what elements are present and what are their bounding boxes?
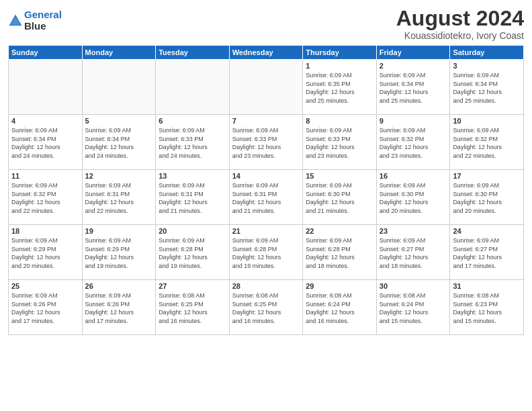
calendar-cell: 8Sunrise: 6:09 AM Sunset: 6:33 PM Daylig… <box>303 115 377 170</box>
calendar-cell: 29Sunrise: 6:08 AM Sunset: 6:24 PM Dayli… <box>303 280 377 335</box>
logo-icon <box>8 13 23 28</box>
day-number: 23 <box>380 227 447 235</box>
calendar-cell: 3Sunrise: 6:09 AM Sunset: 6:34 PM Daylig… <box>450 60 524 115</box>
weekday-header-thursday: Thursday <box>303 46 377 60</box>
day-info: Sunrise: 6:09 AM Sunset: 6:30 PM Dayligh… <box>453 181 521 215</box>
weekday-header-saturday: Saturday <box>450 46 524 60</box>
day-info: Sunrise: 6:09 AM Sunset: 6:31 PM Dayligh… <box>159 181 226 215</box>
calendar-cell: 31Sunrise: 6:08 AM Sunset: 6:23 PM Dayli… <box>450 280 524 335</box>
day-number: 17 <box>453 172 521 180</box>
day-info: Sunrise: 6:09 AM Sunset: 6:27 PM Dayligh… <box>380 236 447 270</box>
weekday-header-sunday: Sunday <box>9 46 83 60</box>
calendar-cell: 13Sunrise: 6:09 AM Sunset: 6:31 PM Dayli… <box>156 170 230 225</box>
calendar-cell: 19Sunrise: 6:09 AM Sunset: 6:29 PM Dayli… <box>82 225 156 280</box>
day-number: 13 <box>159 172 226 180</box>
calendar-cell: 9Sunrise: 6:09 AM Sunset: 6:32 PM Daylig… <box>376 115 450 170</box>
day-number: 7 <box>232 117 300 125</box>
calendar-cell: 23Sunrise: 6:09 AM Sunset: 6:27 PM Dayli… <box>376 225 450 280</box>
day-info: Sunrise: 6:09 AM Sunset: 6:29 PM Dayligh… <box>85 236 153 270</box>
calendar-cell: 11Sunrise: 6:09 AM Sunset: 6:32 PM Dayli… <box>9 170 83 225</box>
calendar-cell: 1Sunrise: 6:09 AM Sunset: 6:35 PM Daylig… <box>303 60 377 115</box>
day-number: 9 <box>380 117 447 125</box>
day-number: 31 <box>453 282 521 290</box>
day-info: Sunrise: 6:09 AM Sunset: 6:33 PM Dayligh… <box>159 126 226 160</box>
day-number: 19 <box>85 227 153 235</box>
weekday-header-wednesday: Wednesday <box>229 46 303 60</box>
day-info: Sunrise: 6:09 AM Sunset: 6:32 PM Dayligh… <box>11 181 79 215</box>
day-info: Sunrise: 6:09 AM Sunset: 6:34 PM Dayligh… <box>453 71 521 105</box>
weekday-header-row: SundayMondayTuesdayWednesdayThursdayFrid… <box>9 46 524 60</box>
day-number: 30 <box>380 282 447 290</box>
calendar-cell: 18Sunrise: 6:09 AM Sunset: 6:29 PM Dayli… <box>9 225 83 280</box>
day-info: Sunrise: 6:09 AM Sunset: 6:28 PM Dayligh… <box>159 236 226 270</box>
calendar-cell: 22Sunrise: 6:09 AM Sunset: 6:28 PM Dayli… <box>303 225 377 280</box>
week-row-2: 4Sunrise: 6:09 AM Sunset: 6:34 PM Daylig… <box>9 115 524 170</box>
calendar-cell: 21Sunrise: 6:09 AM Sunset: 6:28 PM Dayli… <box>229 225 303 280</box>
day-info: Sunrise: 6:08 AM Sunset: 6:25 PM Dayligh… <box>232 291 300 325</box>
day-info: Sunrise: 6:08 AM Sunset: 6:23 PM Dayligh… <box>453 291 521 325</box>
day-info: Sunrise: 6:09 AM Sunset: 6:26 PM Dayligh… <box>11 291 79 325</box>
calendar-cell <box>9 60 83 115</box>
calendar-cell: 26Sunrise: 6:09 AM Sunset: 6:26 PM Dayli… <box>82 280 156 335</box>
subtitle: Kouassidiotekro, Ivory Coast <box>396 30 524 41</box>
weekday-header-friday: Friday <box>376 46 450 60</box>
weekday-header-tuesday: Tuesday <box>156 46 230 60</box>
day-number: 3 <box>453 62 521 70</box>
day-number: 5 <box>85 117 153 125</box>
logo: General Blue <box>8 9 62 32</box>
day-info: Sunrise: 6:08 AM Sunset: 6:24 PM Dayligh… <box>380 291 447 325</box>
calendar-cell: 2Sunrise: 6:09 AM Sunset: 6:34 PM Daylig… <box>376 60 450 115</box>
day-info: Sunrise: 6:09 AM Sunset: 6:35 PM Dayligh… <box>306 71 373 105</box>
day-info: Sunrise: 6:08 AM Sunset: 6:24 PM Dayligh… <box>306 291 373 325</box>
day-info: Sunrise: 6:09 AM Sunset: 6:33 PM Dayligh… <box>232 126 300 160</box>
calendar-cell: 7Sunrise: 6:09 AM Sunset: 6:33 PM Daylig… <box>229 115 303 170</box>
day-info: Sunrise: 6:09 AM Sunset: 6:32 PM Dayligh… <box>380 126 447 160</box>
day-number: 6 <box>159 117 226 125</box>
title-block: August 2024 Kouassidiotekro, Ivory Coast <box>396 7 524 41</box>
calendar-cell: 16Sunrise: 6:09 AM Sunset: 6:30 PM Dayli… <box>376 170 450 225</box>
day-number: 28 <box>232 282 300 290</box>
calendar-table: SundayMondayTuesdayWednesdayThursdayFrid… <box>8 45 524 335</box>
day-info: Sunrise: 6:09 AM Sunset: 6:34 PM Dayligh… <box>11 126 79 160</box>
calendar-cell: 24Sunrise: 6:09 AM Sunset: 6:27 PM Dayli… <box>450 225 524 280</box>
day-info: Sunrise: 6:09 AM Sunset: 6:28 PM Dayligh… <box>306 236 373 270</box>
day-number: 4 <box>11 117 79 125</box>
calendar-cell: 4Sunrise: 6:09 AM Sunset: 6:34 PM Daylig… <box>9 115 83 170</box>
day-number: 27 <box>159 282 226 290</box>
calendar-cell: 28Sunrise: 6:08 AM Sunset: 6:25 PM Dayli… <box>229 280 303 335</box>
page-container: General Blue August 2024 Kouassidiotekro… <box>0 0 532 411</box>
weekday-header-monday: Monday <box>82 46 156 60</box>
day-info: Sunrise: 6:09 AM Sunset: 6:27 PM Dayligh… <box>453 236 521 270</box>
day-info: Sunrise: 6:09 AM Sunset: 6:31 PM Dayligh… <box>85 181 153 215</box>
day-number: 8 <box>306 117 373 125</box>
day-number: 1 <box>306 62 373 70</box>
day-number: 2 <box>380 62 447 70</box>
day-number: 16 <box>380 172 447 180</box>
day-number: 26 <box>85 282 153 290</box>
day-number: 29 <box>306 282 373 290</box>
week-row-4: 18Sunrise: 6:09 AM Sunset: 6:29 PM Dayli… <box>9 225 524 280</box>
day-number: 14 <box>232 172 300 180</box>
day-number: 10 <box>453 117 521 125</box>
day-number: 24 <box>453 227 521 235</box>
calendar-cell: 20Sunrise: 6:09 AM Sunset: 6:28 PM Dayli… <box>156 225 230 280</box>
day-info: Sunrise: 6:09 AM Sunset: 6:34 PM Dayligh… <box>380 71 447 105</box>
day-number: 18 <box>11 227 79 235</box>
calendar-cell: 5Sunrise: 6:09 AM Sunset: 6:34 PM Daylig… <box>82 115 156 170</box>
day-number: 20 <box>159 227 226 235</box>
day-number: 15 <box>306 172 373 180</box>
calendar-cell: 6Sunrise: 6:09 AM Sunset: 6:33 PM Daylig… <box>156 115 230 170</box>
calendar-cell: 15Sunrise: 6:09 AM Sunset: 6:30 PM Dayli… <box>303 170 377 225</box>
calendar-cell: 25Sunrise: 6:09 AM Sunset: 6:26 PM Dayli… <box>9 280 83 335</box>
calendar-cell <box>82 60 156 115</box>
calendar-cell <box>229 60 303 115</box>
calendar-cell: 27Sunrise: 6:08 AM Sunset: 6:25 PM Dayli… <box>156 280 230 335</box>
calendar-cell: 10Sunrise: 6:09 AM Sunset: 6:32 PM Dayli… <box>450 115 524 170</box>
logo-text: General Blue <box>24 9 62 32</box>
day-number: 25 <box>11 282 79 290</box>
day-info: Sunrise: 6:09 AM Sunset: 6:26 PM Dayligh… <box>85 291 153 325</box>
day-info: Sunrise: 6:08 AM Sunset: 6:25 PM Dayligh… <box>159 291 226 325</box>
day-info: Sunrise: 6:09 AM Sunset: 6:29 PM Dayligh… <box>11 236 79 270</box>
day-info: Sunrise: 6:09 AM Sunset: 6:32 PM Dayligh… <box>453 126 521 160</box>
calendar-cell: 17Sunrise: 6:09 AM Sunset: 6:30 PM Dayli… <box>450 170 524 225</box>
